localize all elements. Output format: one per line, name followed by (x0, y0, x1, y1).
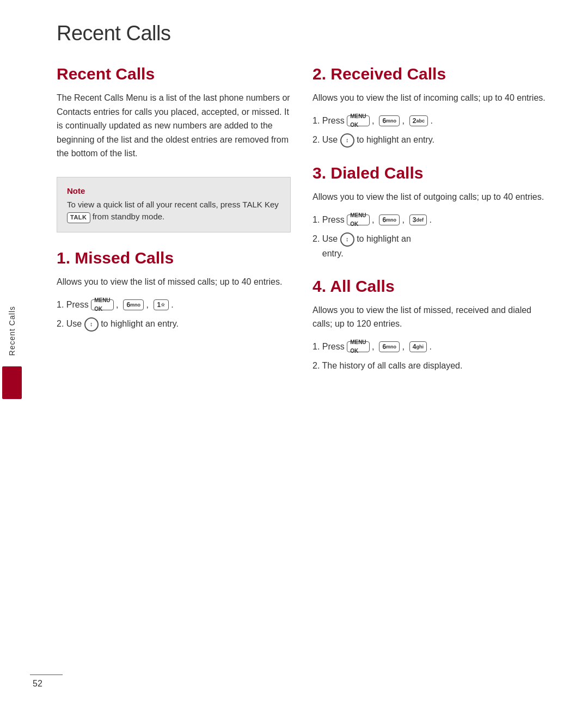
dialed-calls-section: 3. Dialed Calls Allows you to view the l… (313, 164, 547, 261)
side-tab-bar (2, 366, 22, 399)
all-calls-section: 4. All Calls Allows you to view the list… (313, 277, 547, 373)
main-content: Recent Calls Recent Calls The Recent Cal… (24, 0, 588, 705)
note-box: Note To view a quick list of all your re… (57, 177, 291, 232)
page-number: 52 (33, 679, 42, 689)
menu-ok-key-received: MENUOK (347, 115, 369, 126)
six-mno-key-all: 6mno (379, 341, 400, 352)
all-calls-step1: 1. Press MENUOK , 6mno , 4ghi . (313, 340, 547, 354)
six-mno-key-received: 6mno (379, 115, 400, 126)
two-abc-key-received: 2abc (409, 115, 428, 126)
received-calls-heading: 2. Received Calls (313, 65, 547, 83)
received-calls-body: Allows you to view the list of incoming … (313, 91, 547, 105)
dialed-calls-step2: 2. Use ↕ to highlight an entry. (313, 232, 547, 260)
missed-calls-body: Allows you to view the list of missed ca… (57, 275, 291, 289)
menu-ok-key-dialed: MENUOK (347, 214, 369, 225)
six-mno-key-dialed: 6mno (379, 214, 400, 225)
left-column: Recent Calls The Recent Calls Menu is a … (57, 65, 291, 389)
received-calls-step1: 1. Press MENUOK , 6mno , 2abc . (313, 114, 547, 128)
all-calls-heading: 4. All Calls (313, 277, 547, 296)
nav-icon-dialed: ↕ (340, 232, 354, 247)
two-column-layout: Recent Calls The Recent Calls Menu is a … (57, 65, 561, 389)
one-key-missed: 1☆ (154, 299, 169, 310)
nav-icon-received: ↕ (340, 133, 354, 148)
menu-ok-key-all: MENUOK (347, 341, 369, 352)
intro-body: The Recent Calls Menu is a list of the l… (57, 91, 291, 161)
all-calls-body: Allows you to view the list of missed, r… (313, 303, 547, 331)
three-def-key-dialed: 3def (409, 214, 427, 225)
missed-calls-step1: 1. Press MENUOK , 6mno , 1☆ . (57, 298, 291, 312)
dialed-calls-step1: 1. Press MENUOK , 6mno , 3def . (313, 213, 547, 227)
page-title: Recent Calls (57, 22, 561, 45)
missed-calls-step2: 2. Use ↕ to highlight an entry. (57, 317, 291, 332)
intro-heading: Recent Calls (57, 65, 291, 83)
all-calls-step2: 2. The history of all calls are displaye… (313, 359, 547, 373)
menu-ok-key-missed: MENUOK (91, 299, 113, 310)
note-title: Note (67, 186, 280, 195)
six-mno-key-missed: 6mno (123, 299, 144, 310)
nav-icon-missed: ↕ (84, 317, 99, 332)
talk-key: TALK (67, 212, 90, 223)
dialed-calls-body: Allows you to view the list of outgoing … (313, 190, 547, 204)
note-text: To view a quick list of all your recent … (67, 199, 280, 223)
dialed-calls-heading: 3. Dialed Calls (313, 164, 547, 182)
bottom-line (30, 675, 63, 676)
right-column: 2. Received Calls Allows you to view the… (313, 65, 547, 389)
intro-section: Recent Calls The Recent Calls Menu is a … (57, 65, 291, 161)
received-calls-section: 2. Received Calls Allows you to view the… (313, 65, 547, 148)
missed-calls-section: 1. Missed Calls Allows you to view the l… (57, 249, 291, 332)
missed-calls-heading: 1. Missed Calls (57, 249, 291, 267)
side-tab-label: Recent Calls (8, 306, 16, 355)
received-calls-step2: 2. Use ↕ to highlight an entry. (313, 133, 547, 148)
four-ghi-key-all: 4ghi (409, 341, 427, 352)
page-container: Recent Calls Recent Calls Recent Calls T… (0, 0, 588, 705)
side-tab: Recent Calls (0, 0, 24, 705)
